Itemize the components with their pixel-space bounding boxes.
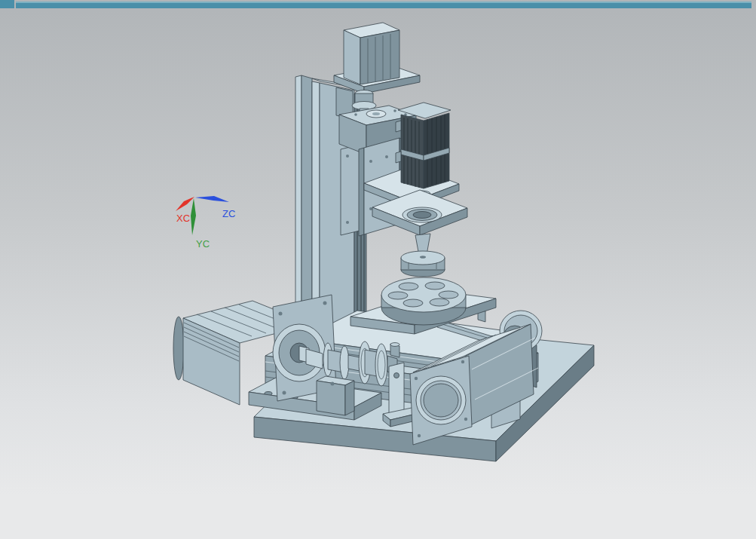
motor-ear (396, 121, 401, 132)
spindle-bearing-bore (413, 212, 431, 219)
fixture-hole (425, 282, 445, 289)
fixture-hole (403, 299, 423, 307)
wcs-triad[interactable]: XC YC ZC (176, 196, 235, 250)
coupling-disc (340, 346, 349, 379)
bearing-bore (372, 112, 380, 115)
face-bolt (418, 434, 421, 437)
motor-face (344, 30, 360, 84)
bracket-edge (359, 148, 364, 236)
screw-hole (346, 155, 349, 158)
bolt-hole (369, 207, 372, 210)
stud-top (390, 343, 399, 347)
bolt-hole (369, 160, 372, 163)
cad-viewport[interactable]: XC YC ZC (0, 0, 756, 539)
wheel-hub (420, 256, 426, 259)
flange-hole (283, 391, 286, 395)
y-axis-label: YC (196, 238, 210, 250)
coupling-disc (375, 344, 387, 386)
bolt-hole (393, 109, 396, 112)
z-axis-arrow[interactable] (195, 196, 229, 202)
motor-ear (396, 152, 401, 163)
motor-endcap (173, 317, 184, 380)
rotary-table[interactable] (350, 277, 496, 334)
pillow-block-side (345, 381, 354, 415)
x-axis-label: XC (176, 213, 190, 224)
face-bolt (464, 418, 467, 421)
block-hole (331, 382, 335, 386)
motor-side (360, 30, 399, 84)
face-bolt (461, 360, 464, 363)
fixture-hole (430, 299, 449, 306)
bolt-hole (354, 113, 357, 116)
pillow-block-front (317, 381, 345, 415)
flange-hole (279, 312, 283, 316)
shaft-segment (348, 355, 360, 371)
cad-application-window: XC YC ZC (0, 0, 756, 539)
fixture-hole (399, 283, 418, 290)
bracket-hole (394, 373, 399, 378)
endbell-face (424, 384, 458, 417)
y-axis-arrow[interactable] (191, 198, 196, 235)
z-axis-label: ZC (222, 208, 235, 219)
bolt-hole (385, 155, 388, 158)
fixture-hole (388, 292, 408, 299)
face-bolt (415, 377, 418, 380)
screw-hole (346, 221, 349, 224)
flange-hole (323, 302, 327, 305)
fixture-hole (439, 291, 458, 299)
x-axis-arrow[interactable] (176, 197, 194, 211)
